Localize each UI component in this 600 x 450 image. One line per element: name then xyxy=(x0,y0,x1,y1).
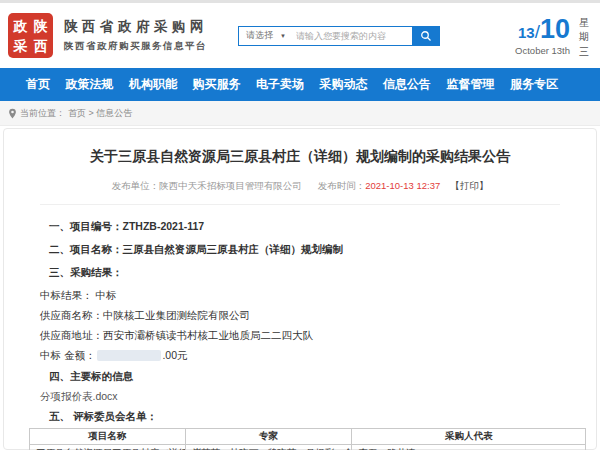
cell-project-name: 三原县自然资源局三原县村庄（详细）规划编制 xyxy=(30,444,186,450)
main-subject-heading: 四、主要标的信息 xyxy=(4,369,596,383)
attachment-line: 分项报价表.docx xyxy=(4,389,596,403)
project-name-line: 二、项目名称：三原县自然资源局三原县村庄（详细）规划编制 xyxy=(4,242,596,256)
location-pin-icon xyxy=(8,108,17,119)
site-header: 政 陕 采 西 陕西省政府采购网 陕西省政府购买服务信息平台 请选择 ▼ 13/… xyxy=(0,3,600,68)
date-widget: 13/10 October 13th 星期三 xyxy=(515,12,590,60)
supplier-address-line: 供应商地址：西安市灞桥镇读书村核工业地质局二二四大队 xyxy=(4,328,596,342)
announcement-card: 关于三原县自然资源局三原县村庄（详细）规划编制的采购结果公告 发布单位：陕西中天… xyxy=(3,128,597,450)
nav-item-home[interactable]: 首页 xyxy=(26,76,50,93)
search-input[interactable] xyxy=(292,27,412,45)
page-title: 关于三原县自然资源局三原县村庄（详细）规划编制的采购结果公告 xyxy=(4,148,596,166)
date-english: October 13th xyxy=(515,45,570,56)
logo-char: 采 xyxy=(11,36,30,55)
nav-item-supervision[interactable]: 监督管理 xyxy=(447,76,495,93)
nav-item-announcements[interactable]: 信息公告 xyxy=(383,76,431,93)
publisher-label: 发布单位： xyxy=(112,180,160,191)
bid-result-line: 中标结果： 中标 xyxy=(4,288,596,302)
procurement-result-heading: 三、采购结果： xyxy=(4,265,596,279)
committee-table: 项目名称 专家 采购人代表 三原县自然资源局三原县村庄（详细）规划编制 崔芳芳、… xyxy=(29,428,586,450)
search-select-label: 请选择 xyxy=(246,29,273,42)
table-header-row: 项目名称 专家 采购人代表 xyxy=(30,428,586,444)
table-row: 三原县自然资源局三原县村庄（详细）规划编制 崔芳芳、杜晓丽、魏晓英、吴枫彩、余杨… xyxy=(30,444,586,450)
supplier-name-line: 供应商名称：中陕核工业集团测绘院有限公司 xyxy=(4,308,596,322)
site-title: 陕西省政府采购网 xyxy=(64,18,208,36)
search-bar: 请选择 ▼ xyxy=(238,26,440,46)
article-body: 一、项目编号：ZTHZB-2021-117 二、项目名称：三原县自然资源局三原县… xyxy=(4,205,596,450)
nav-item-functions[interactable]: 机构职能 xyxy=(129,76,177,93)
col-header-project-name: 项目名称 xyxy=(30,428,186,444)
nav-item-e-market[interactable]: 电子卖场 xyxy=(256,76,304,93)
breadcrumb-bar: 当前位置： 首页 > 信息公告 xyxy=(0,101,600,126)
redacted-amount xyxy=(97,350,161,361)
publisher-value: 陕西中天禾招标项目管理有限公司 xyxy=(159,180,302,191)
col-header-experts: 专家 xyxy=(185,428,352,444)
bid-amount-line: 中标 金额：.00元 xyxy=(4,348,596,363)
cell-experts: 崔芳芳、杜晓丽、魏晓英、吴枫彩、余杨文 xyxy=(185,444,352,450)
cell-purchaser-rep: 李磊、路井涛 xyxy=(352,444,586,450)
logo-char: 西 xyxy=(31,36,50,55)
chevron-down-icon: ▼ xyxy=(280,33,286,39)
logo-char: 政 xyxy=(11,16,30,35)
attachment-link[interactable]: 分项报价表.docx xyxy=(40,390,118,402)
breadcrumb-label: 当前位置： xyxy=(20,107,65,120)
search-button[interactable] xyxy=(412,27,439,45)
weekday-label: 星期三 xyxy=(578,16,590,60)
site-brand: 陕西省政府采购网 陕西省政府购买服务信息平台 xyxy=(64,18,208,53)
search-category-select[interactable]: 请选择 ▼ xyxy=(239,27,292,45)
nav-item-purchase-service[interactable]: 购买服务 xyxy=(193,76,241,93)
breadcrumb[interactable]: 首页 > 信息公告 xyxy=(68,107,132,120)
article-meta: 发布单位：陕西中天禾招标项目管理有限公司发布时间：2021-10-13 12:3… xyxy=(4,180,596,193)
nav-item-procurement-news[interactable]: 采购动态 xyxy=(320,76,368,93)
project-number-line: 一、项目编号：ZTHZB-2021-117 xyxy=(4,219,596,233)
col-header-purchaser-rep: 采购人代表 xyxy=(352,428,586,444)
site-logo[interactable]: 政 陕 采 西 xyxy=(8,13,53,58)
logo-char: 陕 xyxy=(31,16,50,35)
main-nav: 首页 政策法规 机构职能 购买服务 电子卖场 采购动态 信息公告 监督管理 服务… xyxy=(0,68,600,101)
nav-item-service-zone[interactable]: 服务专区 xyxy=(510,76,558,93)
committee-heading: 五、 评标委员会名单： xyxy=(4,409,596,423)
print-button[interactable]: 【打印】 xyxy=(450,180,488,191)
site-subtitle: 陕西省政府购买服务信息平台 xyxy=(64,40,208,53)
search-icon xyxy=(420,30,432,42)
date-numeric: 13/10 xyxy=(515,16,570,43)
publish-time-value: 2021-10-13 12:37 xyxy=(365,180,440,191)
nav-item-policies[interactable]: 政策法规 xyxy=(66,76,114,93)
publish-time-label: 发布时间： xyxy=(318,180,366,191)
